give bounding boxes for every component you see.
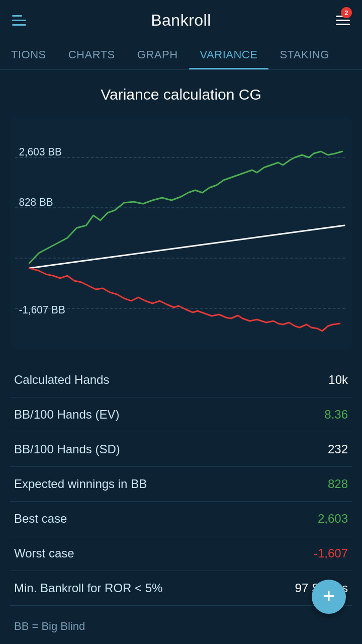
menu-icon[interactable] <box>12 9 34 31</box>
stat-value-worst-case: -1,607 <box>314 546 348 560</box>
stat-label-worst-case: Worst case <box>14 546 74 560</box>
variance-chart: 2,603 BB 828 BB -1,607 BB <box>15 127 347 339</box>
stat-value-bb100-ev: 8.36 <box>324 408 348 422</box>
stat-value-calculated-hands: 10k <box>328 373 348 387</box>
stats-table: Calculated Hands 10k BB/100 Hands (EV) 8… <box>10 363 352 606</box>
section-title: Variance calculation CG <box>10 86 352 103</box>
stat-row-min-bankroll: Min. Bankroll for ROR < 5% 97 Stacks <box>10 571 352 606</box>
stat-row-best-case: Best case 2,603 <box>10 502 352 536</box>
stat-row-calculated-hands: Calculated Hands 10k <box>10 363 352 397</box>
app-title: Bankroll <box>151 11 211 30</box>
stat-row-bb100-sd: BB/100 Hands (SD) 232 <box>10 432 352 467</box>
header: Bankroll 2 <box>0 0 362 40</box>
stat-label-bb100-sd: BB/100 Hands (SD) <box>14 442 120 456</box>
svg-text:-1,607 BB: -1,607 BB <box>19 303 65 316</box>
stat-value-best-case: 2,603 <box>318 512 348 526</box>
tab-variance[interactable]: VARIANCE <box>189 40 269 69</box>
hamburger-menu[interactable]: 2 <box>328 9 350 31</box>
nav-tabs: TIONS CHARTS GRAPH VARIANCE STAKING <box>0 40 362 70</box>
tab-charts[interactable]: CHARTS <box>57 40 126 69</box>
tab-tions[interactable]: TIONS <box>0 40 57 69</box>
stat-row-bb100-ev: BB/100 Hands (EV) 8.36 <box>10 397 352 432</box>
tab-graph[interactable]: GRAPH <box>126 40 189 69</box>
fab-add-button[interactable]: + <box>312 580 346 614</box>
chart-container: 2,603 BB 828 BB -1,607 BB <box>10 117 352 349</box>
main-content: Variance calculation CG 2,603 BB 828 BB … <box>0 70 362 644</box>
stat-label-best-case: Best case <box>14 512 67 526</box>
tab-staking[interactable]: STAKING <box>268 40 340 69</box>
svg-text:2,603 BB: 2,603 BB <box>19 145 62 158</box>
stat-label-expected-winnings: Expected winnings in BB <box>14 477 147 491</box>
stat-label-calculated-hands: Calculated Hands <box>14 373 109 387</box>
stat-label-bb100-ev: BB/100 Hands (EV) <box>14 408 119 422</box>
stat-label-min-bankroll: Min. Bankroll for ROR < 5% <box>14 581 162 595</box>
stat-row-expected-winnings: Expected winnings in BB 828 <box>10 467 352 502</box>
stat-row-worst-case: Worst case -1,607 <box>10 536 352 571</box>
stat-value-expected-winnings: 828 <box>328 477 348 491</box>
footer-note: BB = Big Blind <box>10 606 352 639</box>
stat-value-bb100-sd: 232 <box>328 442 348 456</box>
svg-text:828 BB: 828 BB <box>19 196 53 208</box>
notification-badge: 2 <box>341 7 352 18</box>
plus-icon: + <box>323 586 335 607</box>
svg-line-7 <box>29 225 344 268</box>
